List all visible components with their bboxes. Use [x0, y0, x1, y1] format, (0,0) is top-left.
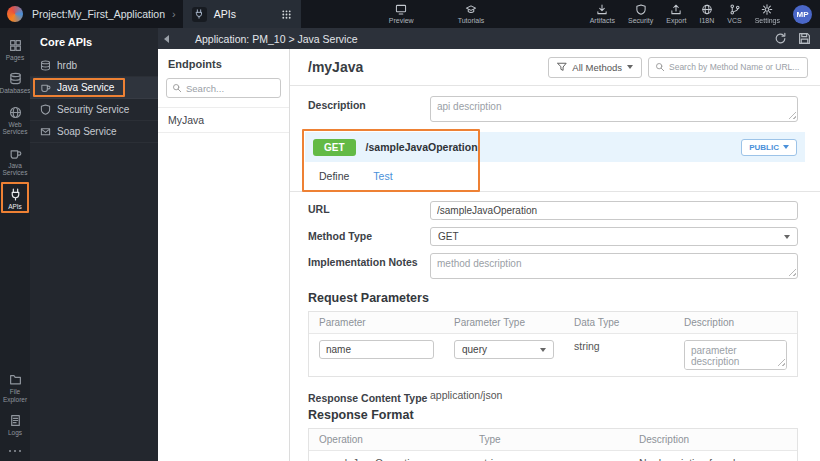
operation-path: /sampleJavaOperation: [366, 141, 478, 153]
pages-icon: [9, 39, 22, 52]
core-apis-panel: Core APIs hrdb Java Service Security Ser…: [30, 28, 158, 461]
breadcrumb: Application: PM_10 > Java Service: [195, 33, 358, 45]
export-icon: [670, 4, 682, 15]
sidebar-item-java-services[interactable]: Java Services: [0, 142, 30, 183]
artifacts-button[interactable]: Artifacts: [590, 4, 615, 24]
logs-document-icon: [9, 414, 22, 427]
core-item-soap-service[interactable]: Soap Service: [30, 121, 158, 143]
url-input[interactable]: [430, 201, 798, 220]
export-button[interactable]: Export: [666, 4, 686, 24]
page-title: /myJava: [308, 59, 363, 75]
implementation-notes-textarea[interactable]: [430, 253, 798, 279]
java-coffee-icon: [40, 82, 51, 93]
endpoint-item-myjava[interactable]: MyJava: [158, 108, 289, 133]
appbar-actions: [774, 32, 811, 45]
tab-apis-label: APIs: [214, 8, 236, 20]
operation-header[interactable]: GET /sampleJavaOperation PUBLIC: [305, 132, 805, 162]
filter-funnel-icon: [557, 62, 567, 72]
response-content-type-label: Response Content Type: [308, 389, 430, 404]
header-divider: [290, 85, 820, 86]
method-badge[interactable]: GET: [313, 139, 356, 156]
sidebar-item-pages[interactable]: Pages: [0, 34, 30, 67]
save-icon[interactable]: [798, 32, 811, 45]
apps-grid-icon[interactable]: [281, 9, 292, 20]
sidebar-item-logs[interactable]: Logs: [0, 409, 30, 442]
endpoints-list: MyJava: [158, 107, 289, 133]
search-icon: [172, 83, 182, 93]
chevron-down-icon: [784, 235, 790, 239]
security-button[interactable]: Security: [628, 4, 653, 24]
tab-test[interactable]: Test: [373, 170, 392, 182]
parameter-type-select[interactable]: query: [454, 340, 554, 359]
collapse-panel-icon[interactable]: [164, 35, 169, 43]
artifacts-download-icon: [596, 4, 608, 15]
tutorials-button[interactable]: Tutorials: [458, 4, 485, 24]
method-type-select[interactable]: GET: [430, 227, 798, 246]
url-row: URL: [308, 200, 798, 220]
core-item-hrdb[interactable]: hrdb: [30, 55, 158, 77]
tab-define[interactable]: Define: [319, 170, 349, 182]
vcs-branch-icon: [729, 4, 741, 15]
security-shield-icon: [635, 4, 647, 15]
refresh-icon[interactable]: [774, 32, 787, 45]
apis-plug-icon: [9, 188, 22, 201]
all-methods-filter[interactable]: All Methods: [548, 57, 642, 78]
table-row: sampleJavaOperation string No descriptio…: [309, 451, 797, 461]
top-bar: Project:My_First_Application › APIs Prev…: [0, 0, 820, 28]
i18n-button[interactable]: I18N: [700, 4, 715, 24]
tab-apis[interactable]: APIs: [183, 0, 301, 28]
tutorials-cap-icon: [465, 4, 477, 15]
description-textarea[interactable]: [430, 96, 798, 122]
application-header-bar: Application: PM_10 > Java Service: [158, 28, 820, 49]
method-search[interactable]: [648, 57, 808, 78]
implementation-notes-row: Implementation Notes: [308, 253, 798, 279]
table-header-row: Operation Type Description: [309, 429, 797, 451]
core-item-security-service[interactable]: Security Service: [30, 99, 158, 121]
url-label: URL: [308, 200, 430, 220]
preview-monitor-icon: [395, 4, 407, 15]
response-type: string: [469, 451, 629, 461]
project-name[interactable]: Project:My_First_Application: [32, 8, 165, 20]
chevron-right-icon: ›: [172, 8, 176, 20]
header-controls: All Methods: [548, 57, 808, 78]
core-item-java-service[interactable]: Java Service: [30, 77, 158, 99]
icon-sidebar: Pages Databases Web Services Java Servic…: [0, 28, 30, 461]
sidebar-item-apis[interactable]: APIs: [0, 183, 30, 216]
operation-tabs: Define Test: [305, 162, 805, 191]
wavemaker-logo[interactable]: [7, 6, 23, 22]
user-avatar[interactable]: MP: [793, 5, 812, 24]
method-type-label: Method Type: [308, 227, 430, 246]
request-parameters-title: Request Parameters: [308, 291, 798, 305]
topbar-center: Preview Tutorials: [389, 4, 485, 24]
more-menu-icon[interactable]: [9, 443, 22, 461]
vcs-button[interactable]: VCS: [727, 4, 741, 24]
parameter-description-textarea[interactable]: [684, 340, 787, 370]
visibility-public-button[interactable]: PUBLIC: [741, 139, 797, 156]
sidebar-item-web-services[interactable]: Web Services: [0, 101, 30, 142]
method-search-input[interactable]: [669, 62, 801, 72]
database-icon: [40, 60, 51, 71]
topbar-actions: Artifacts Security Export I18N VCS: [590, 4, 812, 24]
sidebar-item-file-explorer[interactable]: File Explorer: [0, 368, 30, 409]
settings-button[interactable]: Settings: [755, 4, 780, 24]
database-icon: [9, 72, 22, 85]
envelope-icon: [40, 126, 51, 137]
web-services-globe-icon: [9, 106, 22, 119]
endpoints-search-input[interactable]: [186, 83, 275, 94]
sidebar-item-databases[interactable]: Databases: [0, 67, 30, 100]
preview-button[interactable]: Preview: [389, 4, 414, 24]
chevron-down-icon: [627, 65, 633, 69]
operation-card: GET /sampleJavaOperation PUBLIC Define T…: [305, 132, 805, 191]
core-apis-title: Core APIs: [30, 28, 158, 55]
endpoints-title: Endpoints: [158, 49, 289, 78]
implementation-notes-label: Implementation Notes: [308, 253, 430, 279]
parameter-name-input[interactable]: [319, 340, 434, 359]
response-operation: sampleJavaOperation: [309, 451, 469, 461]
endpoints-search[interactable]: [166, 78, 281, 98]
main-content: /myJava All Methods Description: [290, 49, 820, 461]
response-format-title: Response Format: [308, 408, 798, 422]
chevron-down-icon: [783, 145, 789, 149]
search-icon: [655, 62, 665, 72]
file-explorer-folder-icon: [9, 373, 22, 386]
response-description: No description found: [629, 451, 797, 461]
